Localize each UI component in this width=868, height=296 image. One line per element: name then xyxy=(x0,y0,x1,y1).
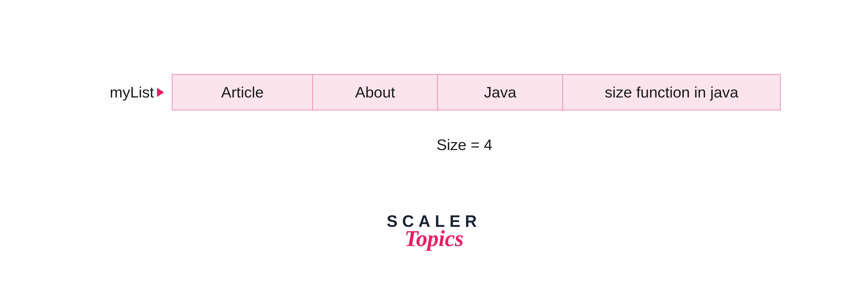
list-cell: Article xyxy=(173,75,313,110)
list-variable-label: myList xyxy=(110,84,164,101)
list-cells: Article About Java size function in java xyxy=(172,74,781,110)
logo: SCALER Topics xyxy=(386,212,482,251)
diagram-container: myList Article About Java size function … xyxy=(110,74,758,154)
list-cell: size function in java xyxy=(563,75,780,110)
list-cell: About xyxy=(313,75,438,110)
list-name: myList xyxy=(110,84,154,101)
size-label: Size = 4 xyxy=(171,136,758,154)
list-row: myList Article About Java size function … xyxy=(110,74,758,110)
triangle-right-icon xyxy=(157,88,164,97)
list-cell: Java xyxy=(438,75,563,110)
